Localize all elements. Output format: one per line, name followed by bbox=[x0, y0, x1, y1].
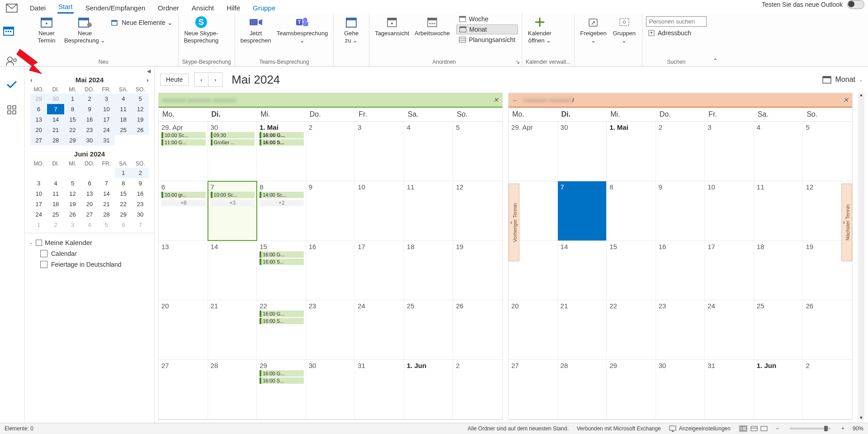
day-cell[interactable]: 9 bbox=[306, 181, 355, 241]
tab-ordner[interactable]: Ordner bbox=[157, 3, 180, 14]
meet-now-button[interactable]: Jetzt besprechen bbox=[239, 14, 273, 46]
calendar-item-calendar[interactable]: Calendar bbox=[29, 248, 150, 259]
mini-day[interactable]: 26 bbox=[132, 125, 149, 135]
teams-meeting-button[interactable]: T Teamsbesprechung ⌄ bbox=[275, 14, 330, 46]
day-cell[interactable]: 18 bbox=[404, 241, 453, 300]
day-cell[interactable]: 2 bbox=[656, 122, 705, 181]
mini-day[interactable]: 18 bbox=[115, 114, 132, 125]
day-cell[interactable]: 24 bbox=[355, 300, 404, 359]
day-cell[interactable]: 29. Apr10:00 Sc...11:00 G... bbox=[159, 122, 208, 181]
view-list-icon[interactable] bbox=[760, 426, 768, 431]
day-cell[interactable]: 17 bbox=[355, 241, 404, 300]
mini-day[interactable]: 12 bbox=[64, 189, 81, 199]
mini-day[interactable]: 12 bbox=[132, 104, 149, 114]
day-cell[interactable]: 14 bbox=[558, 241, 607, 300]
appointment[interactable]: 16:00 S... bbox=[259, 377, 304, 384]
appointment[interactable]: 10:00 Sc... bbox=[211, 192, 255, 198]
mini-day[interactable]: 30 bbox=[47, 94, 64, 104]
open-calendar-button[interactable]: Kalender öffnen ⌄ bbox=[526, 14, 554, 46]
goto-button[interactable]: Gehe zu ⌄ bbox=[337, 14, 365, 46]
mini-prev[interactable]: ‹ bbox=[30, 76, 33, 84]
today-button[interactable]: Heute bbox=[160, 74, 189, 85]
day-cell[interactable]: 2216:00 G...16:00 S... bbox=[257, 300, 306, 359]
mini-day[interactable] bbox=[98, 168, 115, 178]
more-appointments[interactable]: +8 bbox=[161, 200, 206, 206]
month-view-button[interactable]: Monat bbox=[456, 24, 518, 34]
day-cell[interactable]: 8 bbox=[607, 181, 656, 241]
day-cell[interactable]: 23 bbox=[306, 300, 355, 359]
day-cell[interactable]: 20 bbox=[159, 300, 208, 359]
day-cell[interactable]: 4 bbox=[754, 122, 803, 181]
appointment[interactable]: 11:00 G... bbox=[161, 139, 206, 146]
day-cell[interactable]: 17 bbox=[705, 241, 754, 300]
mini-day[interactable]: 6 bbox=[115, 220, 132, 230]
appointment[interactable]: 16:00 G... bbox=[259, 370, 304, 377]
mini-day[interactable]: 29 bbox=[115, 209, 132, 220]
mini-day[interactable]: 30 bbox=[132, 209, 149, 220]
day-cell[interactable]: 27 bbox=[159, 360, 208, 419]
mini-day[interactable]: 18 bbox=[47, 199, 64, 209]
mini-day[interactable]: 29 bbox=[30, 94, 47, 104]
tab-ansicht[interactable]: Ansicht bbox=[191, 3, 215, 14]
appointment[interactable]: 16:00 S... bbox=[259, 139, 304, 146]
mini-day[interactable]: 24 bbox=[98, 125, 115, 135]
mini-next[interactable]: › bbox=[146, 76, 149, 84]
mini-day[interactable] bbox=[81, 168, 98, 178]
day-cell[interactable]: 26 bbox=[453, 300, 502, 359]
day-cell[interactable]: 11 bbox=[754, 181, 803, 241]
mini-day[interactable]: 21 bbox=[98, 199, 115, 209]
appointment[interactable]: 10:00 gr... bbox=[161, 192, 206, 198]
close-left-calendar[interactable]: ✕ bbox=[493, 96, 499, 104]
day-cell[interactable]: 28 bbox=[558, 360, 607, 419]
mini-day[interactable]: 23 bbox=[81, 125, 98, 135]
mini-day[interactable]: 27 bbox=[30, 135, 47, 146]
collapse-sidepanel[interactable]: ◀ bbox=[25, 68, 154, 74]
mini-day[interactable] bbox=[47, 168, 64, 178]
mini-day[interactable]: 14 bbox=[47, 114, 64, 125]
day-cell[interactable]: 10 bbox=[355, 181, 404, 241]
mini-day[interactable]: 7 bbox=[47, 104, 64, 114]
zoom-slider[interactable] bbox=[790, 428, 830, 429]
mail-nav-icon[interactable] bbox=[6, 4, 18, 13]
day-cell[interactable]: 5 bbox=[803, 122, 852, 181]
my-calendars-header[interactable]: ⌄Meine Kalender bbox=[29, 237, 150, 248]
tasks-nav-icon[interactable] bbox=[6, 80, 18, 89]
mini-day[interactable]: 16 bbox=[132, 189, 149, 199]
day-cell[interactable]: 7 bbox=[558, 181, 607, 241]
day-cell[interactable]: 26 bbox=[803, 300, 852, 359]
people-nav-icon[interactable] bbox=[6, 56, 18, 66]
appointment[interactable]: 16:00 G... bbox=[259, 311, 304, 317]
day-cell[interactable]: 15 bbox=[607, 241, 656, 300]
day-cell[interactable]: 2 bbox=[306, 122, 355, 181]
workweek-view-button[interactable]: Arbeitswoche bbox=[413, 14, 452, 38]
people-search-input[interactable] bbox=[646, 16, 707, 27]
mini-day[interactable]: 11 bbox=[115, 104, 132, 114]
mini-day[interactable]: 19 bbox=[64, 199, 81, 209]
mini-day[interactable]: 17 bbox=[98, 114, 115, 125]
mini-day[interactable]: 13 bbox=[81, 189, 98, 199]
mini-day[interactable]: 5 bbox=[132, 94, 149, 104]
day-cell[interactable]: 30 bbox=[306, 360, 355, 419]
mini-day[interactable]: 11 bbox=[47, 189, 64, 199]
mini-day[interactable]: 24 bbox=[30, 209, 47, 220]
day-cell[interactable]: 22 bbox=[607, 300, 656, 359]
day-cell[interactable]: 12 bbox=[453, 181, 502, 241]
mini-day[interactable]: 1 bbox=[64, 94, 81, 104]
calendar-item-holidays[interactable]: Feiertage in Deutschland bbox=[29, 259, 150, 270]
mini-day[interactable]: 5 bbox=[98, 220, 115, 230]
mini-day[interactable]: 1 bbox=[115, 168, 132, 178]
mini-day[interactable]: 21 bbox=[47, 125, 64, 135]
day-cell[interactable]: 24 bbox=[705, 300, 754, 359]
day-cell[interactable]: 20 bbox=[509, 300, 558, 359]
mini-day[interactable]: 30 bbox=[81, 135, 98, 146]
zoom-in-button[interactable]: + bbox=[841, 425, 844, 432]
mini-day[interactable]: 7 bbox=[132, 220, 149, 230]
mini-day[interactable]: 29 bbox=[64, 135, 81, 146]
mini-day[interactable]: 2 bbox=[47, 220, 64, 230]
day-cell[interactable]: 30 bbox=[656, 360, 705, 419]
mini-day[interactable]: 8 bbox=[64, 104, 81, 114]
skype-meeting-button[interactable]: S Neue Skype- Besprechung bbox=[182, 14, 221, 46]
tab-datei[interactable]: Datei bbox=[29, 3, 47, 14]
mini-day[interactable]: 4 bbox=[115, 94, 132, 104]
view-normal-icon[interactable] bbox=[739, 425, 748, 432]
